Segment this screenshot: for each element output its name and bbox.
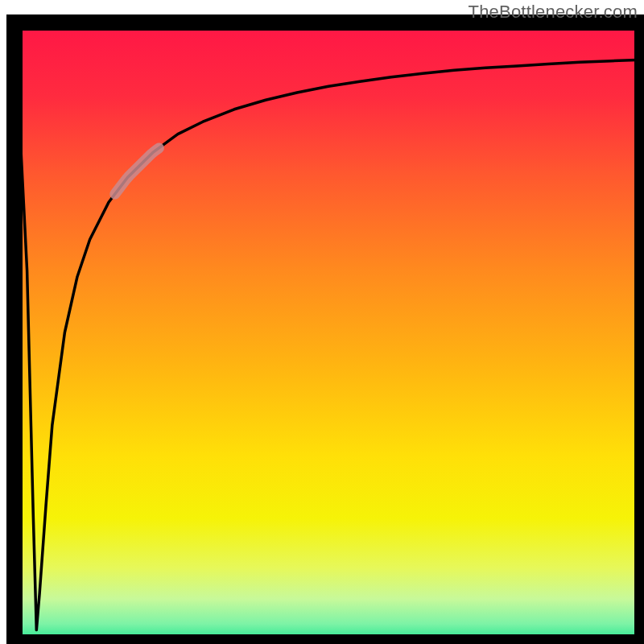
plot-background xyxy=(14,23,642,642)
attribution-text: TheBottlenecker.com xyxy=(469,2,638,23)
bottleneck-chart xyxy=(0,0,644,644)
